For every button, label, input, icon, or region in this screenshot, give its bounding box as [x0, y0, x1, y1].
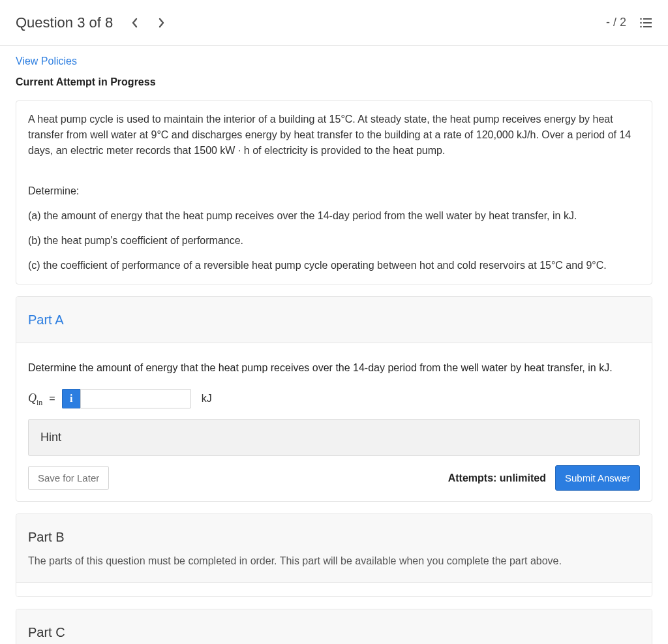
- svg-point-2: [640, 22, 642, 23]
- part-b-title: Part B: [28, 527, 640, 547]
- problem-intro: A heat pump cycle is used to maintain th…: [28, 112, 640, 159]
- part-b-locked-message: The parts of this question must be compl…: [28, 553, 640, 569]
- part-a-title: Part A: [28, 310, 640, 330]
- problem-statement-panel: A heat pump cycle is used to maintain th…: [16, 100, 652, 284]
- variable-symbol: Qin: [28, 390, 42, 408]
- score-display: - / 2: [606, 14, 626, 31]
- svg-rect-5: [643, 26, 652, 27]
- part-b-panel: Part B The parts of this question must b…: [16, 514, 652, 597]
- problem-part-a: (a) the amount of energy that the heat p…: [28, 208, 640, 224]
- next-question-button[interactable]: [157, 17, 165, 29]
- info-icon[interactable]: i: [62, 389, 80, 408]
- question-header: Question 3 of 8 - / 2: [0, 0, 668, 46]
- question-list-icon[interactable]: [639, 17, 652, 29]
- equals-sign: =: [49, 391, 55, 406]
- save-for-later-button[interactable]: Save for Later: [28, 466, 109, 490]
- attempt-status: Current Attempt in Progress: [16, 74, 652, 90]
- view-policies-link[interactable]: View Policies: [16, 55, 77, 67]
- svg-point-4: [640, 25, 642, 27]
- answer-input-row: Qin = i kJ: [28, 389, 640, 408]
- part-c-title: Part C: [28, 622, 640, 642]
- svg-point-0: [640, 18, 642, 20]
- svg-rect-3: [643, 22, 652, 23]
- unit-label: kJ: [202, 391, 212, 406]
- part-a-prompt: Determine the amount of energy that the …: [28, 360, 640, 376]
- hint-button[interactable]: Hint: [28, 419, 640, 456]
- attempts-label: Attempts: unlimited: [448, 470, 546, 486]
- part-a-panel: Part A Determine the amount of energy th…: [16, 296, 652, 502]
- svg-rect-1: [643, 18, 652, 20]
- part-c-panel: Part C The parts of this question must b…: [16, 609, 652, 644]
- problem-part-b: (b) the heat pump's coefficient of perfo…: [28, 233, 640, 249]
- problem-part-c: (c) the coefficient of performance of a …: [28, 258, 640, 273]
- question-title: Question 3 of 8: [16, 12, 113, 33]
- prev-question-button[interactable]: [131, 17, 139, 29]
- submit-answer-button[interactable]: Submit Answer: [555, 465, 640, 491]
- problem-determine: Determine:: [28, 183, 640, 199]
- answer-input[interactable]: [80, 389, 191, 408]
